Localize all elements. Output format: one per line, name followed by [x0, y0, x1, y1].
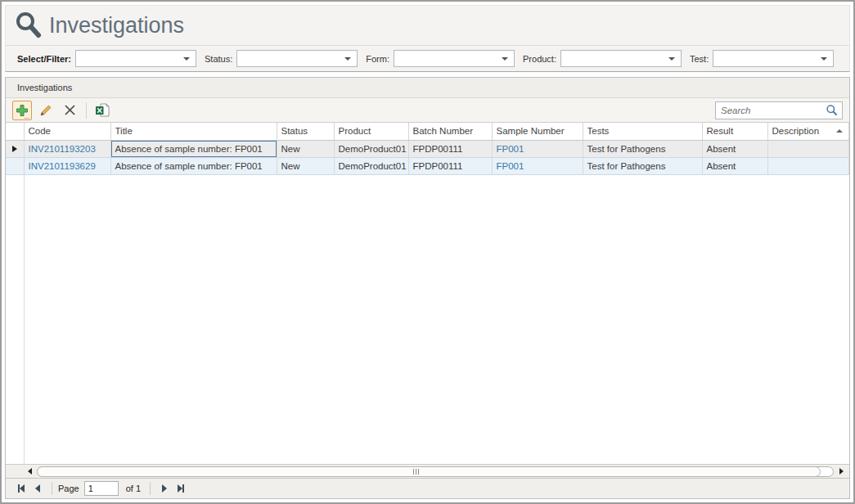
cell-tests[interactable]: Test for Pathogens [583, 157, 702, 174]
row-indicator-cell [6, 140, 24, 157]
column-header-tests[interactable]: Tests [583, 123, 702, 140]
tab-label: Investigations [17, 83, 72, 92]
cell-code[interactable]: INV2101193629 [24, 157, 110, 174]
app-window: Investigations Select/Filter:Status:Form… [0, 0, 855, 504]
delete-button[interactable] [60, 101, 79, 120]
cell-batch-number[interactable]: FPDP00111 [408, 140, 492, 157]
cell-product[interactable]: DemoProduct01 [334, 140, 408, 157]
column-header-label: Batch Number [413, 126, 488, 136]
cell-result[interactable]: Absent [702, 140, 767, 157]
column-header-batch-number[interactable]: Batch Number [408, 123, 492, 140]
code-link[interactable]: INV2101193629 [29, 161, 96, 171]
column-header-title[interactable]: Title [110, 123, 277, 140]
investigations-table: CodeTitleStatusProductBatch NumberSample… [6, 123, 849, 175]
cell-code[interactable]: INV2101193203 [24, 140, 110, 157]
horizontal-scrollbar [6, 464, 849, 478]
chevron-down-icon [502, 57, 508, 61]
scroll-left-arrow[interactable] [25, 467, 34, 475]
search-box [715, 101, 843, 119]
filter-label-product: Product: [523, 54, 556, 64]
x-icon [64, 104, 76, 116]
toolbar-separator [86, 102, 87, 119]
page-count-label: of 1 [126, 484, 141, 493]
column-header-code[interactable]: Code [24, 123, 110, 140]
table-header-row: CodeTitleStatusProductBatch NumberSample… [6, 123, 849, 140]
table-row[interactable]: INV2101193629Absence of sample number: F… [6, 157, 849, 174]
column-header-label: Title [115, 126, 273, 136]
filter-dropdown-status[interactable] [236, 50, 358, 67]
sample-number-link[interactable]: FP001 [497, 161, 524, 171]
scrollbar-thumb[interactable] [37, 466, 821, 477]
pencil-icon [39, 104, 52, 117]
column-header-result[interactable]: Result [702, 123, 767, 140]
cell-title[interactable]: Absence of sample number: FP001 [110, 140, 277, 157]
scroll-right-arrow[interactable] [837, 467, 845, 475]
first-page-button[interactable] [13, 481, 29, 496]
table-row[interactable]: INV2101193203Absence of sample number: F… [6, 140, 849, 157]
filter-label-select-filter: Select/Filter: [17, 54, 71, 64]
cell-description[interactable] [767, 157, 849, 174]
sample-number-link[interactable]: FP001 [497, 144, 524, 154]
column-header-label: Status [281, 126, 331, 136]
cell-sample-number[interactable]: FP001 [492, 157, 583, 174]
pager-separator [150, 482, 151, 495]
cell-sample-number[interactable]: FP001 [492, 140, 583, 157]
column-header-label: Sample Number [497, 126, 579, 136]
code-link[interactable]: INV2101193203 [29, 144, 96, 154]
cell-batch-number[interactable]: FPDP00111 [408, 157, 492, 174]
page-number-input[interactable] [84, 481, 119, 496]
cell-status[interactable]: New [277, 157, 334, 174]
page-title: Investigations [49, 13, 184, 38]
grid-toolbar: ... [6, 98, 849, 123]
filter-dropdown-test[interactable] [713, 50, 834, 67]
tab-investigations[interactable]: Investigations [6, 78, 849, 98]
filter-group: Product: [523, 50, 682, 67]
cell-result[interactable]: Absent [702, 157, 767, 174]
column-header-label: Code [29, 126, 107, 136]
cell-description[interactable] [767, 140, 849, 157]
cell-status[interactable]: New [277, 140, 334, 157]
add-button[interactable]: ... [12, 101, 32, 120]
filter-group: Status: [205, 50, 358, 67]
chevron-down-icon [344, 57, 351, 61]
cell-title[interactable]: Absence of sample number: FP001 [110, 157, 277, 174]
cell-tests[interactable]: Test for Pathogens [583, 140, 702, 157]
column-header-label: Result [707, 126, 764, 136]
filter-dropdown-product[interactable] [560, 50, 682, 67]
investigations-grid: CodeTitleStatusProductBatch NumberSample… [6, 123, 849, 464]
column-header-product[interactable]: Product [334, 123, 408, 140]
column-header-sample-number[interactable]: Sample Number [492, 123, 583, 140]
scrollbar-track[interactable] [37, 466, 834, 477]
search-icon[interactable] [826, 104, 838, 116]
scrollbar-grip-icon [413, 469, 419, 475]
export-excel-button[interactable] [92, 101, 112, 120]
chevron-down-icon [183, 57, 190, 61]
excel-icon [95, 103, 110, 117]
column-header-status[interactable]: Status [277, 123, 334, 140]
filter-dropdown-select-filter[interactable] [75, 50, 196, 67]
filter-group: Test: [690, 50, 834, 67]
filter-dropdown-form[interactable] [394, 50, 515, 67]
investigations-panel: Investigations ... [5, 77, 850, 499]
filter-group: Form: [366, 50, 515, 67]
previous-page-button[interactable] [29, 481, 46, 496]
filter-label-form: Form: [366, 54, 389, 64]
column-header-label: Product [339, 126, 405, 136]
filter-label-status: Status: [205, 54, 232, 64]
last-page-button[interactable] [173, 481, 189, 496]
header: Investigations Select/Filter:Status:Form… [5, 5, 850, 72]
filter-bar: Select/Filter:Status:Form:Product:Test: [6, 46, 849, 71]
next-page-button[interactable] [156, 481, 173, 496]
row-indicator-cell [6, 157, 24, 174]
title-row: Investigations [6, 6, 849, 46]
edit-button[interactable] [36, 101, 56, 120]
filter-group: Select/Filter: [17, 50, 196, 67]
page-label: Page [58, 484, 79, 493]
filter-label-test: Test: [690, 54, 709, 64]
column-header-description[interactable]: Description [767, 123, 849, 140]
column-header-label: Description [772, 126, 837, 136]
add-ellipsis: ... [24, 115, 29, 119]
search-input[interactable] [721, 106, 826, 115]
pager-bar: Page of 1 [6, 478, 849, 498]
cell-product[interactable]: DemoProduct01 [334, 157, 408, 174]
